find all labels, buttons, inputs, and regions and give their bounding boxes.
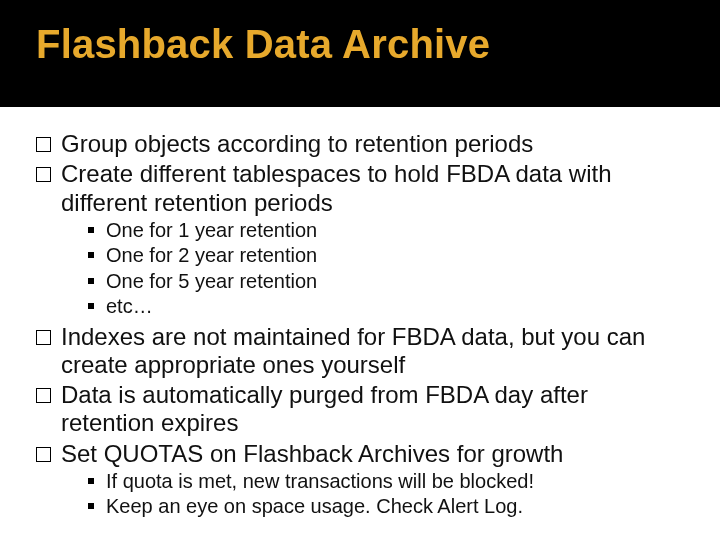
bullet-lvl2: If quota is met, new transactions will b…: [88, 469, 684, 493]
title-bar: Flashback Data Archive: [0, 0, 720, 107]
bullet-text: If quota is met, new transactions will b…: [106, 469, 684, 493]
bullet-text: Create different tablespaces to hold FBD…: [61, 160, 684, 217]
bullet-text: One for 1 year retention: [106, 218, 684, 242]
bullet-lvl1: Create different tablespaces to hold FBD…: [36, 160, 684, 217]
slide: Flashback Data Archive Group objects acc…: [0, 0, 720, 540]
bullet-text: Data is automatically purged from FBDA d…: [61, 381, 684, 438]
bullet-lvl2: One for 2 year retention: [88, 243, 684, 267]
spacer: [36, 319, 684, 321]
square-fill-icon: [88, 478, 94, 484]
bullet-text: One for 2 year retention: [106, 243, 684, 267]
bullet-lvl2: One for 5 year retention: [88, 269, 684, 293]
square-outline-icon: [36, 388, 51, 403]
square-fill-icon: [88, 303, 94, 309]
square-fill-icon: [88, 252, 94, 258]
bullet-text: Set QUOTAS on Flashback Archives for gro…: [61, 440, 684, 468]
bullet-lvl1: Data is automatically purged from FBDA d…: [36, 381, 684, 438]
bullet-lvl2: One for 1 year retention: [88, 218, 684, 242]
bullet-lvl1: Set QUOTAS on Flashback Archives for gro…: [36, 440, 684, 468]
square-fill-icon: [88, 227, 94, 233]
bullet-lvl2: etc…: [88, 294, 684, 318]
bullet-text: Group objects according to retention per…: [61, 130, 684, 158]
square-outline-icon: [36, 137, 51, 152]
bullet-lvl2: Keep an eye on space usage. Check Alert …: [88, 494, 684, 518]
slide-body: Group objects according to retention per…: [36, 128, 684, 519]
square-outline-icon: [36, 330, 51, 345]
bullet-text: Keep an eye on space usage. Check Alert …: [106, 494, 684, 518]
bullet-text: Indexes are not maintained for FBDA data…: [61, 323, 684, 380]
bullet-lvl1: Indexes are not maintained for FBDA data…: [36, 323, 684, 380]
square-outline-icon: [36, 447, 51, 462]
bullet-lvl1: Group objects according to retention per…: [36, 130, 684, 158]
bullet-text: One for 5 year retention: [106, 269, 684, 293]
bullet-text: etc…: [106, 294, 684, 318]
square-fill-icon: [88, 278, 94, 284]
square-fill-icon: [88, 503, 94, 509]
square-outline-icon: [36, 167, 51, 182]
slide-title: Flashback Data Archive: [36, 22, 720, 67]
